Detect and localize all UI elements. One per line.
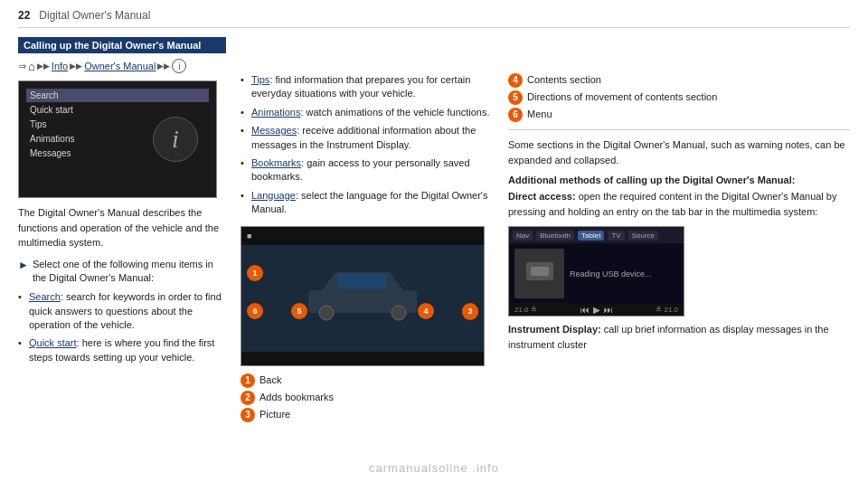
numbered-item-6: 6 Menu <box>508 108 850 122</box>
badge-num-6: 6 <box>508 108 523 122</box>
list-item: Bookmarks: gain access to your personall… <box>241 156 494 184</box>
column-right: 4 Contents section 5 Directions of movem… <box>508 37 850 425</box>
tips-link[interactable]: Tips <box>251 74 269 85</box>
list-item: Messages: receive additional information… <box>241 124 494 152</box>
screen3-footer: 21.0 ≙ ⏮ ▶ ⏭ ≙ 21.0 <box>509 303 684 316</box>
main-content: Calling up the Digital Owner's Manual ⇒ … <box>18 37 850 425</box>
bullets-left: Search: search for keywords in order to … <box>18 290 226 364</box>
svg-point-1 <box>319 306 334 320</box>
screen2: ■ 1 2 <box>241 226 485 366</box>
screen1-info-icon: i <box>153 117 198 162</box>
divider <box>508 129 850 130</box>
header: 22 Digital Owner's Manual <box>18 9 850 28</box>
nav-home-icon: ⌂ <box>28 60 35 73</box>
toolbar-source: Source <box>628 231 658 241</box>
svg-rect-5 <box>531 267 549 276</box>
list-item: Tips: find information that prepares you… <box>241 73 494 101</box>
page-number: 22 <box>18 9 30 22</box>
list-item: Animations: watch animations of the vehi… <box>241 106 494 119</box>
bookmarks-link[interactable]: Bookmarks <box>251 157 301 168</box>
screen3-content: Reading USB device... <box>509 243 684 304</box>
num-label-6: Menu <box>527 108 552 121</box>
right-para1: Some sections in the Digital Owner's Man… <box>508 137 850 167</box>
arrow-item: ► Select one of the following menu items… <box>18 258 226 286</box>
svg-point-2 <box>392 306 406 320</box>
menu-item-search: Search <box>26 89 209 102</box>
numbered-list-right: 4 Contents section 5 Directions of movem… <box>508 73 850 122</box>
num-label-4: Contents section <box>527 73 601 87</box>
numbered-item-5: 5 Directions of movement of contents sec… <box>508 90 850 105</box>
messages-link[interactable]: Messages <box>251 125 297 136</box>
num-label-2: Adds bookmarks <box>259 391 334 404</box>
screen3: Nav Bluetooth Tablet TV Source Reading U… <box>508 226 684 317</box>
screen1: Search Quick start Tips Animations Messa… <box>18 80 217 198</box>
list-item: Quick start: here is where you find the … <box>18 336 226 364</box>
num-label-5: Directions of movement of contents secti… <box>527 90 717 104</box>
numbered-item-4: 4 Contents section <box>508 73 850 88</box>
page-title: Digital Owner's Manual <box>39 9 150 22</box>
toolbar-tablet: Tablet <box>578 231 604 241</box>
screen3-toolbar: Nav Bluetooth Tablet TV Source <box>509 227 684 243</box>
animations-text: : watch animations of the vehicle functi… <box>300 107 489 118</box>
play-icon: ▶ <box>593 305 600 315</box>
language-link[interactable]: Language <box>251 190 296 201</box>
numbered-item-1: 1 Back <box>241 373 494 388</box>
svg-rect-3 <box>337 274 387 288</box>
list-item: Search: search for keywords in order to … <box>18 290 226 332</box>
page: 22 Digital Owner's Manual Calling up the… <box>0 0 868 434</box>
car-silhouette <box>290 259 435 322</box>
nav-chevron-3: ▶▶ <box>157 61 170 71</box>
toolbar-bluetooth: Bluetooth <box>536 231 574 241</box>
tips-text: : find information that prepares you for… <box>251 74 470 99</box>
instrument-display-para: Instrument Display: call up brief inform… <box>508 322 850 352</box>
menu-item-quickstart: Quick start <box>26 103 209 117</box>
badge-5: 5 <box>291 303 307 319</box>
column-mid: Tips: find information that prepares you… <box>241 37 494 425</box>
direct-access-para: Direct access: open the required content… <box>508 189 850 219</box>
next-icon: ⏭ <box>604 305 613 315</box>
badge-4: 4 <box>418 303 434 319</box>
usb-icon <box>522 258 558 289</box>
screen3-thumbnail <box>514 249 564 298</box>
nav-chevron-1: ▶▶ <box>37 61 50 71</box>
body-text: The Digital Owner's Manual describes the… <box>18 205 226 250</box>
num-label-1: Back <box>259 373 281 387</box>
nav-path: ⇒ ⌂ ▶▶ Info ▶▶ Owner's Manual ▶▶ i <box>18 59 226 73</box>
nav-info[interactable]: Info <box>52 61 68 71</box>
arrow-item-text: Select one of the following menu items i… <box>33 258 226 286</box>
screen3-reading-text: Reading USB device... <box>570 269 652 279</box>
direct-access-label: Direct access: <box>508 191 576 202</box>
badge-num-1: 1 <box>241 373 255 388</box>
toolbar-nav: Nav <box>513 231 533 241</box>
column-left: Calling up the Digital Owner's Manual ⇒ … <box>18 37 226 425</box>
nav-info-icon: i <box>172 59 186 73</box>
screen3-controls: ⏮ ▶ ⏭ <box>580 305 613 315</box>
badge-num-4: 4 <box>508 73 523 88</box>
search-link[interactable]: Search <box>29 291 61 302</box>
list-item: Language: select the language for the Di… <box>241 189 494 217</box>
num-label-3: Picture <box>259 408 290 421</box>
screen2-content: ■ 1 2 <box>241 227 484 365</box>
badge-6: 6 <box>247 303 263 319</box>
numbered-item-3: 3 Picture <box>241 408 494 422</box>
nav-owners-manual[interactable]: Owner's Manual <box>84 61 156 71</box>
badge-num-3: 3 <box>241 408 255 422</box>
badge-1: 1 <box>247 265 263 281</box>
screen3-status-right: ≙ 21.0 <box>656 306 678 314</box>
badge-num-5: 5 <box>508 90 523 105</box>
numbered-list-mid: 1 Back 2 Adds bookmarks 3 Picture <box>241 373 494 422</box>
quickstart-link[interactable]: Quick start <box>29 337 77 348</box>
watermark: carmanualsoline .info <box>0 461 868 475</box>
prev-icon: ⏮ <box>580 305 590 315</box>
bullets-mid: Tips: find information that prepares you… <box>241 73 494 217</box>
nav-arrow-1: ⇒ <box>18 61 26 72</box>
badge-num-2: 2 <box>241 391 255 405</box>
screen3-status-left: 21.0 ≙ <box>514 306 537 314</box>
badge-3: 3 <box>462 303 478 319</box>
right-subheading: Additional methods of calling up the Dig… <box>508 175 850 185</box>
section-heading: Calling up the Digital Owner's Manual <box>18 37 226 53</box>
toolbar-tv: TV <box>608 231 624 241</box>
animations-link[interactable]: Animations <box>251 107 300 118</box>
nav-chevron-2: ▶▶ <box>70 61 82 71</box>
arrow-marker: ► <box>18 258 29 286</box>
